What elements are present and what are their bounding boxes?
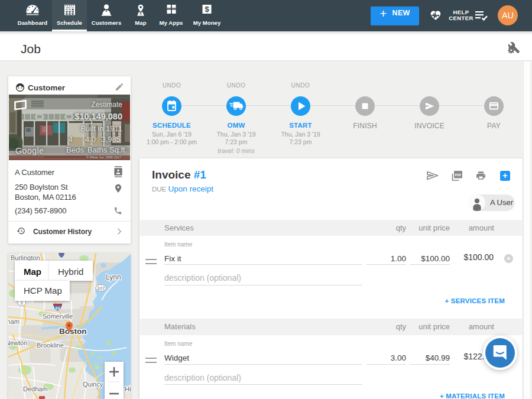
svg-text:Map: Map	[24, 267, 41, 277]
svg-text:Dedham: Dedham	[23, 385, 48, 392]
svg-text:Newton: Newton	[8, 339, 27, 346]
svg-text:Somerville: Somerville	[43, 313, 73, 320]
svg-text:Brookline: Brookline	[37, 342, 64, 349]
svg-text:PDF: PDF	[455, 173, 462, 177]
svg-text:93: 93	[56, 306, 60, 310]
svg-text:107: 107	[97, 286, 105, 291]
svg-text:Waltham: Waltham	[8, 318, 20, 325]
svg-text:Hi: Hi	[125, 385, 131, 392]
svg-text:Burlington: Burlington	[11, 254, 40, 261]
svg-text:Quincy: Quincy	[83, 381, 103, 388]
svg-text:Boston: Boston	[59, 327, 87, 336]
svg-text:Lynn: Lynn	[106, 273, 121, 281]
svg-text:HCP Map: HCP Map	[24, 286, 62, 296]
svg-text:Hybrid: Hybrid	[58, 267, 83, 277]
svg-text:$: $	[205, 5, 209, 14]
svg-text:2: 2	[20, 300, 23, 306]
